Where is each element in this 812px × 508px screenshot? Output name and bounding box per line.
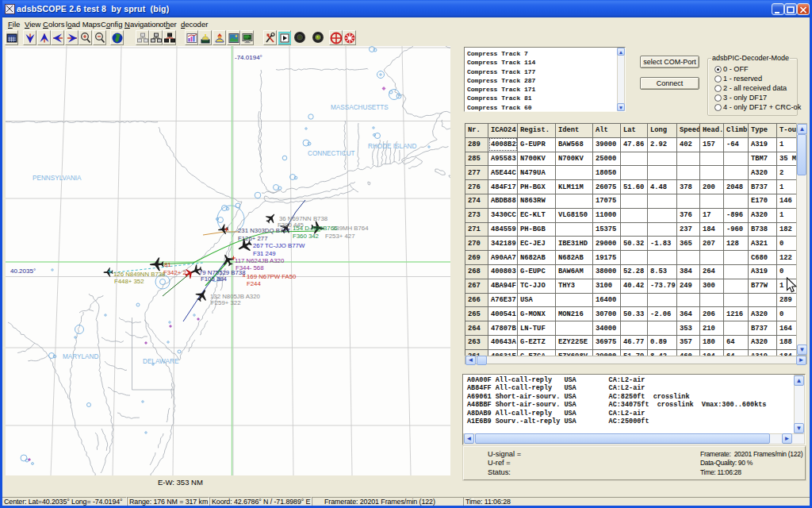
svg-text:RHODE ISLAND: RHODE ISLAND bbox=[368, 143, 417, 150]
svg-text:MASSACHUSETTS: MASSACHUSETTS bbox=[331, 104, 389, 111]
svg-text:F103 384: F103 384 bbox=[201, 275, 228, 283]
svg-text:267 TC-JJO B77W: 267 TC-JJO B77W bbox=[253, 242, 305, 249]
svg-text:PENNSYLVANIA: PENNSYLVANIA bbox=[33, 175, 82, 182]
svg-text:F244: F244 bbox=[247, 280, 261, 287]
svg-text:DELAWARE: DELAWARE bbox=[143, 358, 179, 365]
svg-text:F126+ 277: F126+ 277 bbox=[238, 235, 268, 242]
svg-text:126 N849NN B738: 126 N849NN B738 bbox=[113, 271, 165, 278]
svg-text:154 D-AB5B766: 154 D-AB5B766 bbox=[293, 225, 337, 232]
svg-text:231 N303DQ B737: 231 N303DQ B737 bbox=[238, 227, 290, 234]
svg-text:40.2035°: 40.2035° bbox=[10, 267, 36, 275]
svg-text:81: 81 bbox=[164, 261, 171, 268]
svg-text:F259+ 322: F259+ 322 bbox=[211, 299, 241, 306]
svg-text:F360 342: F360 342 bbox=[293, 233, 319, 240]
svg-text:F448+ 352: F448+ 352 bbox=[114, 278, 144, 285]
svg-text:CONNECTICUT: CONNECTICUT bbox=[308, 150, 355, 157]
svg-text:MARYLAND: MARYLAND bbox=[63, 353, 98, 360]
svg-text:-74.0194°: -74.0194° bbox=[235, 54, 262, 61]
svg-text:F31 249: F31 249 bbox=[253, 250, 276, 257]
svg-text:F253+ 427: F253+ 427 bbox=[325, 233, 355, 240]
svg-text:F342+ 2: F342+ 2 bbox=[163, 269, 186, 276]
svg-text:117 N624JB A320: 117 N624JB A320 bbox=[235, 257, 285, 264]
svg-text:339MH B764: 339MH B764 bbox=[332, 225, 369, 232]
